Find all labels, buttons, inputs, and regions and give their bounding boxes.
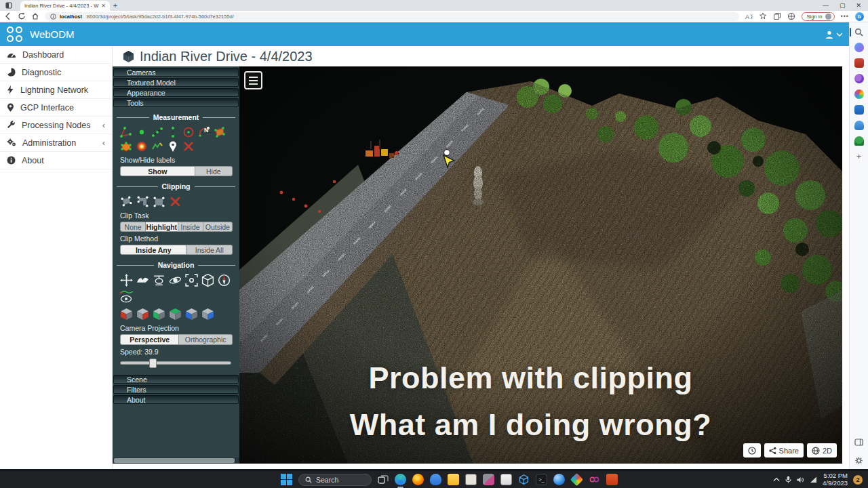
speed-slider[interactable] xyxy=(120,361,231,365)
mode-2d-button[interactable]: 2D xyxy=(807,443,837,458)
user-menu[interactable] xyxy=(825,30,842,39)
collections-icon[interactable] xyxy=(773,12,781,20)
browser-tab[interactable]: Indian River Drive - 4/4/2023 - W ✕ xyxy=(20,1,110,11)
clip-polygon-icon[interactable] xyxy=(136,195,150,209)
compass-icon[interactable] xyxy=(217,273,231,287)
sidebar-item-dashboard[interactable]: Dashboard xyxy=(0,46,112,64)
panel-scrollbar[interactable] xyxy=(113,458,239,464)
accordion-cameras[interactable]: Cameras xyxy=(113,68,239,77)
azimuth-measure-icon[interactable]: N xyxy=(197,125,211,139)
remote-app-icon[interactable] xyxy=(483,474,494,485)
edge-icon[interactable] xyxy=(395,474,406,485)
task-view-icon[interactable] xyxy=(378,474,389,485)
tab-close-icon[interactable]: ✕ xyxy=(101,3,106,9)
site-info-icon[interactable] xyxy=(50,14,56,20)
red-app-icon[interactable] xyxy=(606,474,618,485)
start-button[interactable] xyxy=(281,474,292,485)
close-icon[interactable]: ✕ xyxy=(856,3,861,9)
sign-in-button[interactable]: Sign in xyxy=(802,12,835,21)
earth-controls-icon[interactable] xyxy=(136,273,150,287)
refresh-icon[interactable] xyxy=(18,12,26,20)
speed-slider-handle[interactable] xyxy=(149,359,157,368)
webodm-logo[interactable] xyxy=(7,26,23,43)
designer-app-icon[interactable] xyxy=(854,89,864,99)
microphone-icon[interactable] xyxy=(785,476,791,483)
helicopter-controls-icon[interactable] xyxy=(152,273,166,287)
height-measure-icon[interactable] xyxy=(166,125,180,139)
view-bottom-cube-icon[interactable] xyxy=(201,307,215,321)
firefox-icon[interactable] xyxy=(412,474,424,485)
sidebar-item-administration[interactable]: Administration ‹ xyxy=(0,134,112,152)
copilot-icon[interactable] xyxy=(854,43,864,52)
remove-clipping-icon[interactable] xyxy=(168,195,182,209)
remove-measurements-icon[interactable] xyxy=(182,140,195,153)
photos-app-icon[interactable] xyxy=(465,474,477,485)
split-screen-icon[interactable] xyxy=(787,12,795,20)
orthographic-button[interactable]: Orthographic xyxy=(179,334,233,345)
perspective-button[interactable]: Perspective xyxy=(120,334,179,345)
camera-animation-eye-icon[interactable] xyxy=(119,289,134,304)
maximize-icon[interactable]: ▢ xyxy=(840,3,846,9)
clip-method-inside-any-button[interactable]: Inside Any xyxy=(120,245,186,255)
share-button[interactable]: Share xyxy=(764,443,804,458)
point-cloud-viewer[interactable]: Problem with clipping What am I doing wr… xyxy=(239,66,842,464)
taskbar-clock[interactable]: 5:02 PM 4/9/2023 xyxy=(823,472,848,487)
view-cube-icon[interactable] xyxy=(201,273,215,287)
annotation-icon[interactable] xyxy=(166,140,180,153)
view-right-cube-icon[interactable] xyxy=(136,307,150,321)
read-aloud-icon[interactable]: A xyxy=(745,13,753,20)
sidebar-search-icon[interactable] xyxy=(854,28,863,37)
clip-volume-icon[interactable] xyxy=(119,195,134,209)
sidebar-panel-icon[interactable] xyxy=(854,438,863,447)
clip-screen-box-icon[interactable] xyxy=(152,195,166,209)
bing-icon[interactable]: b xyxy=(855,12,864,21)
show-labels-button[interactable]: Show xyxy=(120,166,195,176)
new-tab-button[interactable]: + xyxy=(110,0,121,11)
sidebar-item-about[interactable]: About xyxy=(0,152,112,169)
orbit-controls-icon[interactable] xyxy=(168,273,182,287)
volume-measure-icon[interactable] xyxy=(119,140,133,153)
infinity-app-icon[interactable] xyxy=(589,474,600,485)
sidebar-settings-gear-icon[interactable] xyxy=(854,456,863,465)
volume-icon[interactable] xyxy=(797,476,804,483)
network-icon[interactable] xyxy=(810,476,817,483)
diamond-app-icon[interactable] xyxy=(570,473,583,486)
history-button[interactable] xyxy=(743,443,761,458)
profile-target-icon[interactable] xyxy=(135,140,149,153)
point-measure-icon[interactable] xyxy=(135,125,149,139)
minimize-icon[interactable]: — xyxy=(823,3,829,9)
area-measure-icon[interactable] xyxy=(213,125,226,139)
accordion-about[interactable]: About xyxy=(113,395,239,404)
panel-scrollbar-thumb[interactable] xyxy=(114,458,235,463)
more-menu-icon[interactable]: ••• xyxy=(841,13,849,20)
favorite-star-icon[interactable] xyxy=(759,12,767,20)
home-icon[interactable] xyxy=(31,12,39,20)
accordion-tools[interactable]: Tools xyxy=(113,98,239,107)
tab-actions-icon[interactable] xyxy=(0,0,18,11)
back-icon[interactable] xyxy=(4,12,12,20)
add-sidebar-app-icon[interactable]: + xyxy=(854,152,864,161)
clip-task-inside-button[interactable]: Inside xyxy=(178,222,203,232)
sphere-app-icon[interactable] xyxy=(553,474,565,485)
view-left-cube-icon[interactable] xyxy=(119,307,134,321)
focus-view-icon[interactable] xyxy=(184,273,199,287)
camera-app-icon[interactable] xyxy=(854,105,864,115)
clip-task-outside-button[interactable]: Outside xyxy=(203,222,233,232)
clip-task-highlight-button[interactable]: Highlight xyxy=(146,222,178,232)
sidebar-item-processing-nodes[interactable]: Processing Nodes ‹ xyxy=(0,117,112,134)
height-profile-icon[interactable] xyxy=(151,140,164,153)
fly-controls-icon[interactable] xyxy=(119,273,134,287)
games-app-icon[interactable] xyxy=(854,136,864,146)
circle-measure-icon[interactable] xyxy=(182,125,195,139)
notification-badge[interactable]: 2 xyxy=(853,475,863,485)
clip-method-inside-all-button[interactable]: Inside All xyxy=(186,245,233,255)
tray-chevron-up-icon[interactable] xyxy=(773,477,780,482)
accordion-appearance[interactable]: Appearance xyxy=(113,88,239,97)
cube-app-icon[interactable] xyxy=(518,474,530,485)
people-app-icon[interactable] xyxy=(854,74,864,83)
sidebar-item-diagnostic[interactable]: Diagnostic xyxy=(0,64,112,81)
clip-task-none-button[interactable]: None xyxy=(120,222,146,232)
terminal-icon[interactable]: >_ xyxy=(536,474,547,485)
distance-measure-icon[interactable] xyxy=(151,125,164,139)
accordion-textured-model[interactable]: Textured Model xyxy=(113,78,239,87)
